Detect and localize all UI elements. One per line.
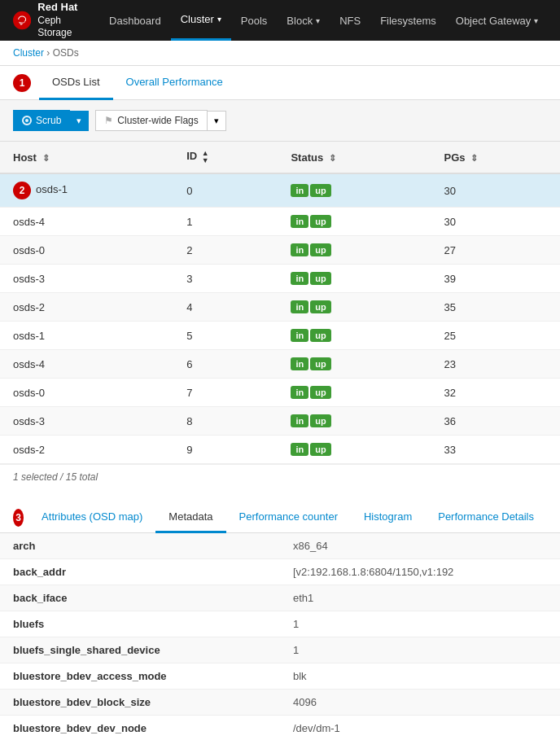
cell-host: osds-2 [0, 293, 173, 322]
metadata-value: 1 [280, 611, 560, 637]
nav-filesystems[interactable]: Filesystems [370, 0, 446, 41]
nav-nfs[interactable]: NFS [330, 0, 370, 41]
table-header: Host ⇕ ID ▲▼ Status ⇕ PGs ⇕ [0, 142, 560, 173]
detail-tab-performance-counter[interactable]: Performance counter [226, 502, 351, 533]
table-row[interactable]: osds-46inup23 [0, 350, 560, 379]
osds-table: Host ⇕ ID ▲▼ Status ⇕ PGs ⇕ [0, 142, 560, 464]
cell-id: 2 [173, 236, 278, 265]
tabs-bar: 1 OSDs List Overall Performance [0, 66, 560, 100]
metadata-key: back_iface [0, 585, 280, 611]
cell-pgs: 36 [431, 407, 560, 436]
detail-tab-histogram[interactable]: Histogram [351, 502, 425, 533]
cell-id: 9 [173, 436, 278, 464]
nav-dashboard[interactable]: Dashboard [99, 0, 171, 41]
breadcrumb-osds: OSDs [53, 47, 79, 59]
nav-block[interactable]: Block ▾ [277, 0, 330, 41]
table-row[interactable]: osds-07inup32 [0, 379, 560, 407]
table-row[interactable]: osds-02inup27 [0, 236, 560, 265]
tab-overall-performance[interactable]: Overall Performance [113, 66, 236, 100]
cell-pgs: 39 [431, 265, 560, 293]
col-pgs: PGs ⇕ [431, 142, 560, 173]
nav-cluster[interactable]: Cluster ▾ [171, 0, 231, 41]
toolbar: Scrub ▾ ⚑ Cluster-wide Flags ▾ [0, 100, 560, 142]
brand-text: Red Hat Ceph Storage [37, 1, 80, 40]
cell-host: osds-0 [0, 379, 173, 407]
cell-pgs: 30 [431, 173, 560, 208]
table-footer: 1 selected / 15 total [0, 464, 560, 489]
pgs-sort-icon[interactable]: ⇕ [470, 153, 478, 163]
cell-status: inup [278, 236, 431, 265]
host-sort-icon[interactable]: ⇕ [42, 153, 50, 163]
flags-dropdown-button[interactable]: ▾ [208, 111, 226, 131]
main-content: 1 OSDs List Overall Performance Scrub ▾ … [0, 66, 560, 740]
metadata-row: bluefs1 [0, 611, 560, 637]
breadcrumb-cluster[interactable]: Cluster [13, 47, 44, 59]
table-row[interactable]: 2osds-10inup30 [0, 173, 560, 208]
redhat-logo-icon [13, 7, 31, 33]
cell-status: inup [278, 293, 431, 322]
metadata-row: back_addr[v2:192.168.1.8:6804/1150,v1:19… [0, 559, 560, 585]
metadata-row: bluestore_bdev_block_size4096 [0, 690, 560, 716]
cell-id: 5 [173, 322, 278, 350]
cell-host: osds-4 [0, 208, 173, 236]
table-row[interactable]: osds-15inup25 [0, 322, 560, 350]
cell-pgs: 30 [431, 208, 560, 236]
cell-status: inup [278, 322, 431, 350]
tab-osds-list[interactable]: OSDs List [39, 66, 113, 100]
nav-object-gateway[interactable]: Object Gateway ▾ [446, 0, 549, 41]
cell-id: 1 [173, 208, 278, 236]
metadata-row: bluestore_bdev_access_modeblk [0, 663, 560, 690]
cell-pgs: 27 [431, 236, 560, 265]
metadata-value: 1 [280, 637, 560, 663]
detail-tab-performance-details[interactable]: Performance Details [425, 502, 547, 533]
table-row[interactable]: osds-24inup35 [0, 293, 560, 322]
cell-status: inup [278, 208, 431, 236]
metadata-body: archx86_64back_addr[v2:192.168.1.8:6804/… [0, 533, 560, 740]
table-row[interactable]: osds-33inup39 [0, 265, 560, 293]
metadata-section: archx86_64back_addr[v2:192.168.1.8:6804/… [0, 533, 560, 740]
metadata-value: eth1 [280, 585, 560, 611]
step-badge-2: 2 [13, 182, 31, 199]
detail-tab-metadata[interactable]: Metadata [155, 502, 225, 533]
main-nav: Dashboard Cluster ▾ Pools Block ▾ NFS Fi… [99, 0, 548, 41]
table-row[interactable]: osds-41inup30 [0, 208, 560, 236]
cell-id: 7 [173, 379, 278, 407]
metadata-value: /dev/dm-1 [280, 716, 560, 741]
flag-icon: ⚑ [104, 115, 113, 126]
cell-status: inup [278, 350, 431, 379]
scrub-icon [22, 116, 32, 125]
detail-tab-attributes[interactable]: Attributes (OSD map) [28, 502, 155, 533]
metadata-key: bluestore_bdev_dev_node [0, 716, 280, 741]
scrub-dropdown-button[interactable]: ▾ [70, 111, 89, 131]
cell-status: inup [278, 379, 431, 407]
logo: Red Hat Ceph Storage [13, 1, 80, 40]
col-id: ID ▲▼ [173, 142, 278, 173]
id-sort-icon[interactable]: ▲▼ [202, 150, 209, 164]
metadata-value: x86_64 [280, 533, 560, 559]
cell-id: 8 [173, 407, 278, 436]
cell-host: 2osds-1 [0, 173, 173, 208]
cell-host: osds-3 [0, 265, 173, 293]
metadata-key: bluefs [0, 611, 280, 637]
metadata-row: bluestore_bdev_dev_node/dev/dm-1 [0, 716, 560, 741]
table-row[interactable]: osds-29inup33 [0, 436, 560, 464]
flags-button[interactable]: ⚑ Cluster-wide Flags [95, 110, 207, 131]
metadata-key: back_addr [0, 559, 280, 585]
nav-pools[interactable]: Pools [231, 0, 278, 41]
metadata-value: 4096 [280, 690, 560, 716]
table-row[interactable]: osds-38inup36 [0, 407, 560, 436]
status-sort-icon[interactable]: ⇕ [329, 153, 336, 163]
step-badge-1: 1 [13, 74, 31, 92]
scrub-button[interactable]: Scrub [13, 110, 70, 131]
cell-pgs: 25 [431, 322, 560, 350]
cell-pgs: 23 [431, 350, 560, 379]
metadata-key: bluefs_single_shared_device [0, 637, 280, 663]
cell-id: 6 [173, 350, 278, 379]
object-gateway-dropdown-icon: ▾ [534, 16, 538, 25]
metadata-key: bluestore_bdev_access_mode [0, 663, 280, 690]
col-host: Host ⇕ [0, 142, 173, 173]
metadata-value: blk [280, 663, 560, 690]
scrub-button-group: Scrub ▾ [13, 110, 89, 131]
step-badge-3: 3 [13, 509, 24, 527]
cell-host: osds-1 [0, 322, 173, 350]
